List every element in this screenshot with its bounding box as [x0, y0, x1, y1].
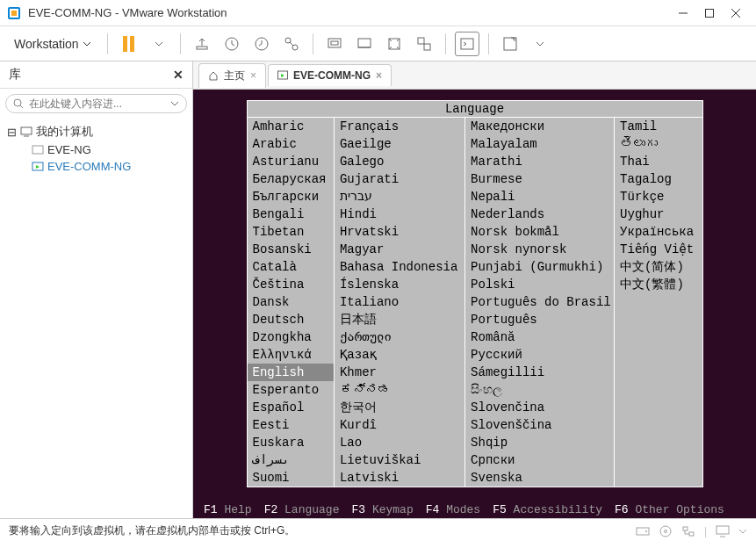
- tab-close-button[interactable]: ×: [250, 69, 256, 82]
- pause-button[interactable]: [117, 32, 141, 56]
- language-option[interactable]: Uyghur: [615, 206, 702, 223]
- language-option[interactable]: Español: [248, 399, 334, 416]
- send-button[interactable]: [190, 32, 214, 56]
- language-option[interactable]: Lietuviškai: [335, 451, 464, 469]
- language-option[interactable]: Marathi: [465, 153, 614, 170]
- sidebar-close-button[interactable]: ✕: [173, 68, 184, 82]
- fullscreen-button[interactable]: [498, 32, 522, 56]
- language-option[interactable]: Latviski: [335, 469, 464, 487]
- language-option[interactable]: Nederlands: [465, 206, 614, 223]
- tree-vm-evecommng[interactable]: EVE-COMM-NG: [7, 158, 185, 175]
- language-option[interactable]: Galego: [335, 153, 464, 170]
- fkey-f2[interactable]: F2 Language: [264, 503, 340, 516]
- language-option[interactable]: ಕನ್ನಡ: [335, 381, 464, 399]
- tree-vm-evenг[interactable]: EVE-NG: [7, 141, 185, 158]
- language-option[interactable]: Gaeilge: [335, 135, 464, 153]
- fkey-f3[interactable]: F3 Keymap: [351, 503, 413, 516]
- display-icon[interactable]: [716, 525, 730, 537]
- stretch-button[interactable]: [382, 32, 407, 56]
- language-option[interactable]: Esperanto: [248, 381, 334, 399]
- language-option[interactable]: Македонски: [465, 118, 614, 135]
- language-option[interactable]: 中文(简体): [615, 258, 702, 276]
- language-option[interactable]: Khmer: [335, 364, 464, 381]
- language-option[interactable]: Tamil: [615, 118, 702, 135]
- language-option[interactable]: Amharic: [248, 118, 334, 135]
- snapshot-button[interactable]: [220, 32, 244, 56]
- language-option[interactable]: Čeština: [248, 276, 334, 293]
- language-option[interactable]: 日本語: [335, 311, 464, 328]
- language-option[interactable]: Thai: [615, 153, 702, 170]
- language-option[interactable]: Bosanski: [248, 241, 334, 258]
- language-option[interactable]: Català: [248, 258, 334, 276]
- language-option[interactable]: Беларуская: [248, 170, 334, 188]
- snapshot-manager-button[interactable]: [279, 32, 304, 56]
- fkey-f4[interactable]: F4 Modes: [426, 503, 480, 516]
- cd-icon[interactable]: [659, 525, 673, 537]
- fkey-f6[interactable]: F6 Other Options: [615, 503, 724, 516]
- unity-button[interactable]: [412, 32, 436, 56]
- search-input[interactable]: [29, 97, 165, 110]
- language-option[interactable]: සිංහල: [465, 381, 614, 399]
- language-option[interactable]: Русский: [465, 346, 614, 364]
- language-option[interactable]: Tibetan: [248, 223, 334, 241]
- language-option[interactable]: Hrvatski: [335, 223, 464, 241]
- language-option[interactable]: Asturianu: [248, 153, 334, 170]
- language-option[interactable]: English: [248, 364, 334, 381]
- tree-root[interactable]: ⊟ 我的计算机: [7, 122, 185, 141]
- tab-close-button[interactable]: ×: [376, 69, 382, 82]
- language-option[interactable]: 中文(繁體): [615, 276, 702, 293]
- language-option[interactable]: Български: [248, 188, 334, 206]
- language-option[interactable]: Română: [465, 328, 614, 346]
- snapshot-revert-button[interactable]: [249, 32, 274, 56]
- language-option[interactable]: Türkçe: [615, 188, 702, 206]
- language-option[interactable]: Français: [335, 118, 464, 135]
- language-option[interactable]: Gujarati: [335, 170, 464, 188]
- language-option[interactable]: Ελληνικά: [248, 346, 334, 364]
- chevron-down-icon[interactable]: [738, 525, 747, 537]
- language-option[interactable]: Polski: [465, 276, 614, 293]
- fullscreen-dropdown[interactable]: [528, 32, 552, 56]
- language-option[interactable]: Svenska: [465, 469, 614, 487]
- language-option[interactable]: Íslenska: [335, 276, 464, 293]
- language-option[interactable]: ىسراف: [248, 451, 334, 469]
- language-option[interactable]: Tagalog: [615, 170, 702, 188]
- language-option[interactable]: Dansk: [248, 293, 334, 311]
- language-option[interactable]: Punjabi (Gurmukhi): [465, 258, 614, 276]
- minimize-button[interactable]: [670, 4, 696, 22]
- language-option[interactable]: Deutsch: [248, 311, 334, 328]
- language-option[interactable]: Sámegillii: [465, 364, 614, 381]
- vm-console[interactable]: Language AmharicArabicAsturianuБеларуска…: [193, 90, 756, 518]
- language-option[interactable]: Eesti: [248, 416, 334, 434]
- language-option[interactable]: Suomi: [248, 469, 334, 487]
- close-button[interactable]: [723, 4, 749, 22]
- language-option[interactable]: Malayalam: [465, 135, 614, 153]
- language-option[interactable]: Italiano: [335, 293, 464, 311]
- language-option[interactable]: Tiếng Việt: [615, 241, 702, 258]
- language-option[interactable]: Slovenčina: [465, 399, 614, 416]
- language-option[interactable]: Lao: [335, 434, 464, 451]
- language-option[interactable]: Euskara: [248, 434, 334, 451]
- language-option[interactable]: Bengali: [248, 206, 334, 223]
- power-dropdown[interactable]: [147, 32, 171, 56]
- language-option[interactable]: Қазақ: [335, 346, 464, 364]
- network-icon[interactable]: [681, 525, 695, 537]
- language-option[interactable]: Українська: [615, 223, 702, 241]
- language-option[interactable]: తెలుగు: [615, 135, 702, 153]
- language-option[interactable]: Português do Brasil: [465, 293, 614, 311]
- fkey-f5[interactable]: F5 Accessibility: [493, 503, 602, 516]
- tab-vm[interactable]: EVE-COMM-NG ×: [268, 64, 392, 86]
- language-option[interactable]: Burmese: [465, 170, 614, 188]
- maximize-button[interactable]: [696, 4, 723, 22]
- language-option[interactable]: Dzongkha: [248, 328, 334, 346]
- language-option[interactable]: Shqip: [465, 434, 614, 451]
- workstation-menu[interactable]: Workstation: [7, 33, 98, 54]
- language-option[interactable]: Hindi: [335, 206, 464, 223]
- language-option[interactable]: Norsk nynorsk: [465, 241, 614, 258]
- fit-window-button[interactable]: [352, 32, 377, 56]
- fkey-f1[interactable]: F1 Help: [204, 503, 252, 516]
- search-box[interactable]: [5, 94, 187, 113]
- language-option[interactable]: Português: [465, 311, 614, 328]
- language-option[interactable]: Bahasa Indonesia: [335, 258, 464, 276]
- language-option[interactable]: Magyar: [335, 241, 464, 258]
- fit-guest-button[interactable]: [322, 32, 347, 56]
